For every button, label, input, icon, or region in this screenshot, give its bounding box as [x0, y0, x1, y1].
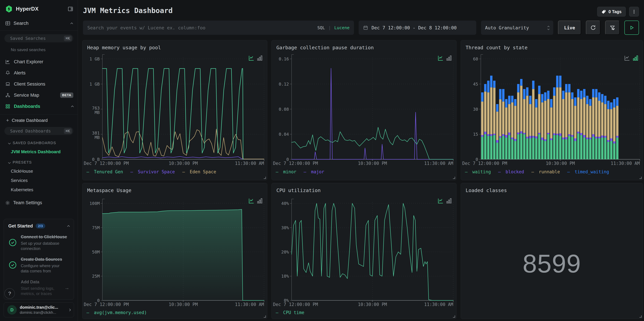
time-range-value: Dec 7 12:00:00 - Dec 8 12:00:00 [372, 25, 457, 30]
dashboard-menu-button[interactable] [629, 7, 639, 16]
app-root: HyperDX Search ⌘K No saved searches [0, 0, 644, 321]
line-chart-icon[interactable] [248, 198, 254, 204]
sidebar-item-jvm-dashboard[interactable]: JVM Metrics Dashboard [11, 149, 78, 154]
shortcut-kbd: ⌘K [64, 36, 72, 41]
svg-text:0.12: 0.12 [279, 82, 289, 87]
get-started-card: Get Started 2/3 Connect to ClickHouse Se… [4, 219, 74, 300]
chart-canvas[interactable]: 0.160.120.080.040Dec 7 12:00:00 PM10:30:… [272, 50, 456, 180]
svg-text:10:30:00 PM: 10:30:00 PM [358, 302, 387, 307]
refresh-button[interactable] [586, 20, 600, 35]
sidebar-item-kubernetes[interactable]: Kubernetes [11, 187, 78, 192]
tags-button[interactable]: 0 Tags [597, 7, 626, 16]
line-chart-icon[interactable] [248, 55, 254, 61]
live-button[interactable]: Live [558, 20, 581, 35]
team-settings-label: Team Settings [13, 200, 42, 205]
svg-text:11:30:00 AM: 11:30:00 AM [235, 161, 264, 166]
sql-toggle[interactable]: SQL [317, 25, 325, 30]
dashboard-grid: Heap memory usage by pool 1 GB1 GB763MB3… [82, 40, 643, 319]
line-chart-icon[interactable] [438, 55, 444, 61]
user-menu[interactable]: D dominic.tran@clic... dominic.tran@clic… [4, 303, 74, 317]
time-range-picker[interactable]: Dec 7 12:00:00 - Dec 8 12:00:00 [359, 20, 476, 35]
panel-resize-handle[interactable] [264, 316, 266, 318]
saved-dashboards-search[interactable]: ⌘K [4, 127, 73, 135]
run-query-button[interactable] [624, 20, 639, 35]
get-started-step-connect[interactable]: Connect to ClickHouse Set up your databa… [8, 234, 70, 251]
event-search-input[interactable] [87, 25, 314, 30]
chart-canvas[interactable]: 604530150Dec 7 12:00:00 PM10:30:00 PM11:… [461, 50, 643, 180]
sidebar-item-alerts[interactable]: Client Sessions Alerts [0, 67, 78, 78]
saved-searches-input[interactable] [10, 36, 64, 41]
bar-chart-icon[interactable] [446, 55, 452, 61]
get-started-step-sources[interactable]: Create Data Sources Configure where your… [8, 257, 70, 274]
chart-canvas[interactable]: 100M75M50M25M0Dec 7 12:00:00 PM10:30:00 … [82, 193, 267, 319]
kebab-menu-icon [632, 9, 636, 14]
panel-resize-handle[interactable] [264, 177, 266, 179]
panel-resize-handle[interactable] [640, 316, 642, 318]
panel-resize-handle[interactable] [453, 316, 455, 318]
panel-resize-handle[interactable] [453, 177, 455, 179]
svg-text:45: 45 [473, 82, 478, 87]
panel-gc-pause: Garbage collection pause duration 0.160.… [272, 40, 456, 180]
svg-text:Dec 7 12:00:00 PM: Dec 7 12:00:00 PM [84, 302, 129, 307]
table-icon [5, 20, 10, 26]
svg-text:60: 60 [473, 56, 478, 61]
svg-text:Tenured Gen: Tenured Gen [94, 169, 123, 174]
get-started-header[interactable]: Get Started 2/3 [8, 224, 70, 229]
chart-canvas[interactable]: 1 GB1 GB763MB381MB0 BDec 7 12:00:00 PM10… [82, 50, 267, 180]
bar-chart-icon[interactable] [257, 55, 263, 61]
bar-chart-icon[interactable] [257, 198, 263, 204]
lucene-toggle[interactable]: Lucene [334, 25, 350, 30]
saved-dashboards-input[interactable] [10, 129, 64, 133]
filter-button[interactable] [605, 20, 620, 35]
saved-dashboards-section-toggle[interactable]: SAVED DASHBOARDS [8, 141, 78, 145]
sidebar-collapse-icon[interactable] [68, 6, 73, 12]
svg-text:Dec 7 12:00:00 PM: Dec 7 12:00:00 PM [273, 161, 318, 166]
create-dashboard-button[interactable]: + Create Dashboard [0, 114, 78, 123]
svg-text:blocked: blocked [506, 169, 524, 174]
panel-title: Loaded classes [466, 188, 507, 193]
sidebar-item-chart-explorer[interactable]: Chart Explorer [0, 56, 78, 67]
svg-text:Eden Space: Eden Space [190, 169, 216, 174]
sidebar-item-team-settings[interactable]: Team Settings [0, 200, 78, 205]
section-label: SAVED DASHBOARDS [13, 141, 56, 145]
sidebar-item-clickhouse[interactable]: ClickHouse [11, 169, 78, 174]
sidebar-item-client-sessions[interactable]: Client Sessions [0, 78, 78, 90]
svg-text:Dec 7 12:00:00 PM: Dec 7 12:00:00 PM [462, 161, 507, 166]
granularity-select[interactable]: Auto Granularity [481, 20, 553, 35]
service-map-icon [5, 93, 10, 98]
line-chart-icon[interactable] [438, 198, 444, 204]
bar-chart-icon[interactable] [633, 55, 638, 61]
chart-canvas[interactable]: 40%30%20%10%0%Dec 7 12:00:00 PM10:30:00 … [272, 193, 456, 319]
line-chart-icon[interactable] [624, 55, 630, 61]
chevron-right-icon [68, 309, 71, 311]
sidebar-item-dashboards[interactable]: Dashboards [0, 101, 78, 112]
svg-text:10%: 10% [281, 274, 289, 279]
panel-title: CPU utilization [276, 188, 321, 193]
get-started-step-add-data[interactable]: Add Data Start sending logs, metrics, or… [8, 280, 70, 296]
sidebar-item-service-map[interactable]: Service Map BETA [0, 90, 78, 101]
gear-icon [5, 200, 10, 205]
panel-title: Thread count by state [466, 45, 528, 50]
bar-chart-icon[interactable] [446, 198, 452, 204]
chevron-up-icon[interactable] [67, 225, 70, 228]
panel-resize-handle[interactable] [640, 177, 642, 179]
svg-text:30%: 30% [281, 225, 289, 230]
check-circle-icon [8, 257, 17, 274]
logo-row: HyperDX [0, 0, 78, 13]
svg-text:10:30:00 PM: 10:30:00 PM [358, 161, 387, 166]
panel-cpu: CPU utilization 40%30%20%10%0%Dec 7 12:0… [272, 183, 456, 319]
saved-searches-search[interactable]: ⌘K [4, 34, 73, 42]
sidebar-item-label: Dashboards [14, 104, 68, 109]
chevron-up-icon[interactable] [71, 105, 74, 108]
svg-text:0.08: 0.08 [279, 107, 289, 112]
help-button[interactable]: ? [4, 288, 15, 299]
step-description: Configure where your data comes from [21, 263, 66, 274]
sidebar-item-search[interactable]: Search [0, 13, 78, 26]
sidebar-item-services[interactable]: Services [11, 178, 78, 183]
get-started-title: Get Started [8, 224, 33, 229]
svg-text:Survivor Space: Survivor Space [138, 169, 175, 174]
chevron-up-icon[interactable] [70, 22, 73, 25]
presets-section-toggle[interactable]: PRESETS [8, 160, 78, 165]
svg-text:—: — [304, 169, 306, 174]
arrow-right-icon: → [64, 285, 70, 291]
